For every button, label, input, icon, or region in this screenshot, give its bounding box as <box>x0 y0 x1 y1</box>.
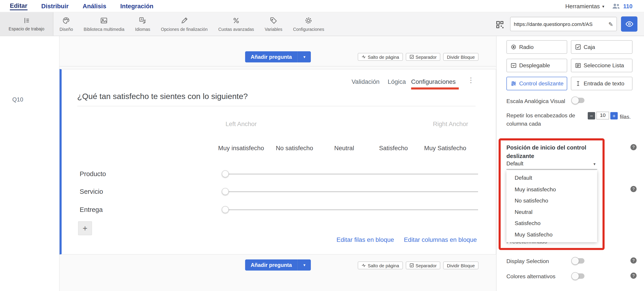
add-question-row-top: Añadir pregunta ▾ Salto de página Separa… <box>60 51 496 64</box>
question-title[interactable]: ¿Qué tan satisfecho te sientes con lo si… <box>77 92 248 101</box>
block-actions: Salto de página Separador Dividir Bloque <box>358 53 478 61</box>
help-icon[interactable]: ? <box>630 258 636 264</box>
tag-icon <box>270 16 278 24</box>
column-header[interactable]: No satisfecho <box>270 135 319 161</box>
toolbar-item-configuraciones[interactable]: Configuraciones <box>288 12 330 36</box>
toolbar-item-diseno[interactable]: Diseño <box>54 12 78 36</box>
toolbar-item-label: Variables <box>265 26 282 31</box>
repeat-increment-button[interactable]: + <box>610 112 618 119</box>
repeat-value-field[interactable]: 10 <box>596 112 609 120</box>
toolbar-item-variables[interactable]: Variables <box>260 12 288 36</box>
dropdown-option-default[interactable]: Default <box>506 172 597 184</box>
add-question-label: Añadir pregunta <box>245 260 298 271</box>
tab-validacion[interactable]: Validación <box>352 78 380 85</box>
checkbox-icon <box>410 54 414 59</box>
preview-button[interactable] <box>621 16 637 31</box>
nav-item-analisis[interactable]: Análisis <box>83 2 106 9</box>
nav-item-distribuir[interactable]: Distribuir <box>41 2 69 9</box>
column-header[interactable]: Satisfecho <box>369 135 418 161</box>
help-icon[interactable]: ? <box>630 186 636 192</box>
users-indicator[interactable]: 110 <box>612 2 632 10</box>
page-break-label: Salto de página <box>368 54 399 59</box>
kebab-menu-icon[interactable]: ⋮ <box>467 76 474 85</box>
add-question-label: Añadir pregunta <box>245 51 298 63</box>
image-icon <box>100 16 108 24</box>
type-button-caja[interactable]: Caja <box>571 40 632 54</box>
toolbar-item-label: Cuotas avanzadas <box>218 26 254 31</box>
pencil-icon[interactable]: ✎ <box>608 21 613 27</box>
toolbar-item-finalizacion[interactable]: Opciones de finalización <box>156 12 213 36</box>
alt-colors-toggle[interactable] <box>572 273 584 279</box>
survey-editor-content: Añadir pregunta ▾ Salto de página Separa… <box>60 36 496 291</box>
slider-start-select[interactable]: Default ▾ <box>506 160 597 169</box>
dropdown-option-muy-insatisfecho[interactable]: Muy insatisfecho <box>506 184 597 195</box>
slider-start-menu: Default Muy insatisfecho No satisfecho N… <box>506 170 597 242</box>
tab-configuraciones[interactable]: Configuraciones <box>411 78 456 85</box>
survey-url-input[interactable] <box>514 21 606 27</box>
toolbar-item-cuotas[interactable]: Cuotas avanzadas <box>213 12 260 36</box>
question-title-divider <box>77 106 476 106</box>
slider-track[interactable] <box>225 209 478 210</box>
split-block-button[interactable]: Dividir Bloque <box>443 262 478 269</box>
split-block-button[interactable]: Dividir Bloque <box>443 53 478 61</box>
pencil-brush-icon <box>180 16 188 24</box>
vas-toggle[interactable] <box>572 98 584 103</box>
dropdown-option-no-satisfecho[interactable]: No satisfecho <box>506 195 597 206</box>
matrix-row: Entrega <box>62 206 496 214</box>
add-question-button[interactable]: Añadir pregunta ▾ <box>245 51 311 63</box>
page-break-icon <box>362 54 366 59</box>
page-break-button[interactable]: Salto de página <box>358 53 403 61</box>
toolbar-item-biblioteca[interactable]: Biblioteca multimedia <box>78 12 130 36</box>
row-label[interactable]: Servicio <box>80 188 103 196</box>
separator-button[interactable]: Separador <box>406 262 440 269</box>
slider-thumb[interactable] <box>222 188 229 195</box>
help-icon[interactable]: ? <box>630 273 636 279</box>
help-icon[interactable]: ? <box>630 144 636 150</box>
question-sidebar: Q10 <box>0 36 60 291</box>
matrix-row: Producto <box>62 170 496 178</box>
toolbar-item-label: Diseño <box>60 26 73 31</box>
row-label[interactable]: Producto <box>80 170 106 178</box>
type-button-radio[interactable]: Radio <box>506 40 567 54</box>
svg-text:A: A <box>141 18 143 21</box>
slider-track[interactable] <box>225 174 478 175</box>
type-button-seleccione-lista[interactable]: Seleccione Lista <box>571 59 632 72</box>
column-header[interactable]: Muy Satisfecho <box>420 135 470 161</box>
edit-columns-link[interactable]: Editar columnas en bloque <box>404 236 477 243</box>
dropdown-option-muy-satisfecho[interactable]: Muy Satisfecho <box>506 229 597 240</box>
toolbar-item-idiomas[interactable]: A Idiomas <box>130 12 156 36</box>
type-button-control-deslizante[interactable]: Control deslizante <box>506 77 567 90</box>
dropdown-option-satisfecho[interactable]: Satisfecho <box>506 218 597 229</box>
separator-button[interactable]: Separador <box>406 53 440 61</box>
toolbar: Espacio de trabajo Diseño Bibliote <box>0 12 644 36</box>
caret-down-icon[interactable]: ▾ <box>298 51 311 63</box>
display-selection-toggle[interactable] <box>572 258 584 264</box>
column-header[interactable]: Neutral <box>320 135 369 161</box>
toolbar-item-label: Idiomas <box>135 26 150 31</box>
row-label[interactable]: Entrega <box>80 206 103 214</box>
nav-item-integracion[interactable]: Integración <box>120 2 154 9</box>
qr-code-icon[interactable] <box>495 20 505 30</box>
tools-menu[interactable]: Herramientas ▾ <box>565 3 604 9</box>
workspace-tab[interactable]: Espacio de trabajo <box>0 12 54 36</box>
type-button-desplegable[interactable]: Desplegable <box>506 59 567 72</box>
add-row-button[interactable]: + <box>78 221 92 235</box>
type-button-entrada-texto[interactable]: Entrada de texto <box>571 77 632 90</box>
edit-rows-link[interactable]: Editar filas en bloque <box>336 236 394 243</box>
slider-track[interactable] <box>225 191 478 192</box>
slider-start-value: Default <box>506 160 524 167</box>
block-actions: Salto de página Separador Dividir Bloque <box>358 262 478 269</box>
slider-thumb[interactable] <box>222 170 229 177</box>
add-question-button[interactable]: Añadir pregunta ▾ <box>245 260 311 271</box>
repeat-decrement-button[interactable]: − <box>588 112 595 119</box>
page-break-button[interactable]: Salto de página <box>358 262 403 269</box>
tab-logica[interactable]: Lógica <box>388 78 406 85</box>
nav-item-editar[interactable]: Editar <box>10 2 27 10</box>
column-header[interactable]: Muy insatisfecho <box>216 135 266 161</box>
slider-thumb[interactable] <box>222 206 229 213</box>
survey-url-box: ✎ <box>510 17 617 31</box>
languages-icon: A <box>138 16 147 24</box>
caret-down-icon[interactable]: ▾ <box>298 260 311 271</box>
active-tab-underline <box>411 87 459 89</box>
dropdown-option-neutral[interactable]: Neutral <box>506 206 597 218</box>
